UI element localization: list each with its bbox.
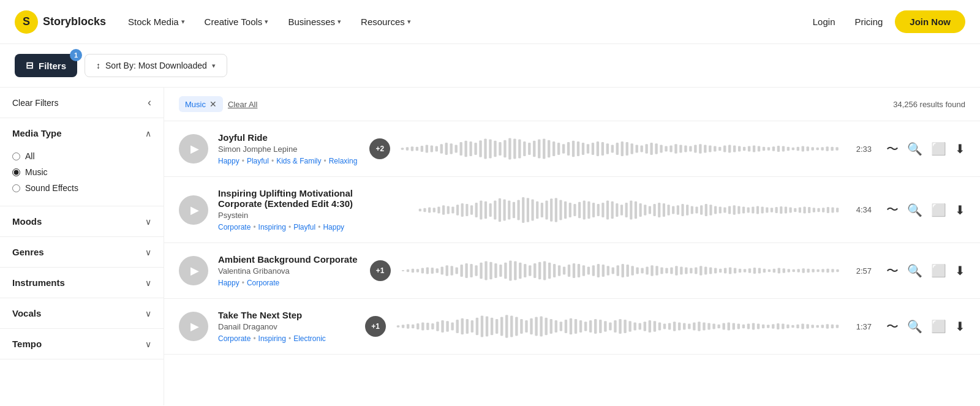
waveform-action-icon[interactable]: 〜 xyxy=(886,141,899,157)
svg-rect-12 xyxy=(460,142,462,156)
svg-rect-21 xyxy=(504,140,507,158)
track-artist: Danail Draganov xyxy=(218,322,353,331)
radio-all[interactable]: All xyxy=(12,148,151,164)
collapse-sidebar-icon[interactable]: ‹ xyxy=(148,96,151,109)
waveform[interactable] xyxy=(401,255,840,287)
tag[interactable]: Kids & Family xyxy=(276,157,321,165)
svg-rect-109 xyxy=(508,200,510,219)
play-button[interactable]: ▶ xyxy=(179,134,208,164)
svg-rect-31 xyxy=(552,141,555,156)
nav-businesses[interactable]: Businesses ▾ xyxy=(281,12,349,32)
svg-rect-326 xyxy=(673,321,676,331)
svg-rect-53 xyxy=(660,145,663,152)
add-to-project-icon[interactable]: ⬜ xyxy=(931,203,946,217)
tag[interactable]: Inspiring xyxy=(258,223,286,231)
version-badge[interactable]: +2 xyxy=(369,138,390,159)
waveform-action-icon[interactable]: 〜 xyxy=(886,201,899,218)
nav-creative-tools[interactable]: Creative Tools ▾ xyxy=(197,12,276,32)
add-to-project-icon[interactable]: ⬜ xyxy=(931,141,946,156)
version-badge[interactable]: +1 xyxy=(365,316,386,337)
tag[interactable]: Inspiring xyxy=(258,334,286,343)
tag[interactable]: Corporate xyxy=(218,334,251,343)
tag[interactable]: Happy xyxy=(323,223,344,231)
tag[interactable]: Electronic xyxy=(293,334,326,343)
nav-stock-media[interactable]: Stock Media ▾ xyxy=(121,12,192,32)
search-similar-icon[interactable]: 🔍 xyxy=(907,203,922,217)
svg-rect-229 xyxy=(641,268,643,274)
radio-sound-effects[interactable]: Sound Effects xyxy=(12,180,151,196)
svg-rect-101 xyxy=(470,205,473,214)
svg-rect-20 xyxy=(499,142,502,156)
clear-all-button[interactable]: Clear All xyxy=(228,100,257,109)
svg-rect-142 xyxy=(663,203,665,217)
tag[interactable]: Corporate xyxy=(247,279,279,287)
play-button[interactable]: ▶ xyxy=(179,256,208,285)
clear-filters-button[interactable]: Clear Filters xyxy=(12,98,58,108)
search-similar-icon[interactable]: 🔍 xyxy=(907,141,922,156)
radio-music-input[interactable] xyxy=(12,168,20,176)
svg-rect-0 xyxy=(401,148,404,149)
radio-sound-effects-input[interactable] xyxy=(12,184,20,192)
chevron-down-icon: ∨ xyxy=(145,278,151,288)
add-to-project-icon[interactable]: ⬜ xyxy=(931,263,946,278)
chevron-up-icon: ∧ xyxy=(145,129,151,138)
waveform[interactable] xyxy=(418,194,840,226)
login-button[interactable]: Login xyxy=(805,12,843,32)
svg-rect-124 xyxy=(578,201,581,217)
svg-rect-339 xyxy=(737,324,740,329)
radio-all-input[interactable] xyxy=(12,152,20,160)
tag[interactable]: Playful xyxy=(293,223,315,231)
svg-rect-272 xyxy=(407,324,409,329)
svg-rect-89 xyxy=(836,147,839,151)
add-to-project-icon[interactable]: ⬜ xyxy=(931,319,946,334)
filter-header-moods[interactable]: Moods ∨ xyxy=(0,206,164,236)
track-duration: 1:37 xyxy=(850,322,872,331)
play-button[interactable]: ▶ xyxy=(179,195,208,225)
pricing-button[interactable]: Pricing xyxy=(847,12,890,32)
radio-music[interactable]: Music xyxy=(12,164,151,180)
waveform-action-icon[interactable]: 〜 xyxy=(886,263,899,279)
svg-rect-302 xyxy=(555,320,557,333)
track-duration: 2:57 xyxy=(850,266,872,276)
svg-rect-39 xyxy=(592,143,594,155)
waveform[interactable] xyxy=(396,310,840,342)
download-icon[interactable]: ⬇ xyxy=(955,263,965,278)
join-now-button[interactable]: Join Now xyxy=(895,10,965,33)
chip-music-remove[interactable]: ✕ xyxy=(209,99,217,109)
play-button[interactable]: ▶ xyxy=(179,312,208,341)
search-similar-icon[interactable]: 🔍 xyxy=(907,319,922,334)
filters-button[interactable]: ⊟ Filters 1 xyxy=(15,54,77,77)
filter-header-vocals[interactable]: Vocals ∨ xyxy=(0,298,164,328)
filter-header-instruments[interactable]: Instruments ∨ xyxy=(0,268,164,298)
tag[interactable]: Happy xyxy=(218,279,239,287)
svg-rect-145 xyxy=(677,205,679,214)
version-badge[interactable]: +1 xyxy=(370,260,391,281)
download-icon[interactable]: ⬇ xyxy=(955,203,965,217)
filter-header-media-type[interactable]: Media Type ∧ xyxy=(0,118,164,148)
logo[interactable]: S Storyblocks xyxy=(15,10,106,34)
download-icon[interactable]: ⬇ xyxy=(955,319,965,334)
tag[interactable]: Corporate xyxy=(218,223,251,231)
main-content: Music ✕ Clear All 34,256 results found ▶… xyxy=(164,88,980,405)
svg-rect-67 xyxy=(728,145,731,152)
svg-rect-273 xyxy=(412,325,414,329)
tag[interactable]: Relaxing xyxy=(329,157,358,165)
svg-rect-328 xyxy=(683,323,685,330)
sort-button[interactable]: ↕ Sort By: Most Downloaded ▾ xyxy=(85,54,227,77)
filter-header-tempo[interactable]: Tempo ∨ xyxy=(0,329,164,359)
nav-resources[interactable]: Resources ▾ xyxy=(353,12,418,32)
svg-rect-298 xyxy=(535,317,537,336)
search-similar-icon[interactable]: 🔍 xyxy=(907,263,922,278)
filter-header-genres[interactable]: Genres ∨ xyxy=(0,237,164,267)
download-icon[interactable]: ⬇ xyxy=(955,141,965,156)
svg-rect-253 xyxy=(758,268,760,274)
svg-rect-37 xyxy=(582,143,584,155)
tag[interactable]: Happy xyxy=(218,157,239,165)
svg-rect-54 xyxy=(665,146,668,152)
svg-rect-315 xyxy=(619,319,621,334)
waveform-action-icon[interactable]: 〜 xyxy=(886,318,899,335)
waveform[interactable] xyxy=(400,133,840,165)
track-title: Inspiring Uplifting Motivational Corpora… xyxy=(218,188,377,209)
svg-rect-32 xyxy=(557,143,560,155)
tag[interactable]: Playful xyxy=(247,157,269,165)
